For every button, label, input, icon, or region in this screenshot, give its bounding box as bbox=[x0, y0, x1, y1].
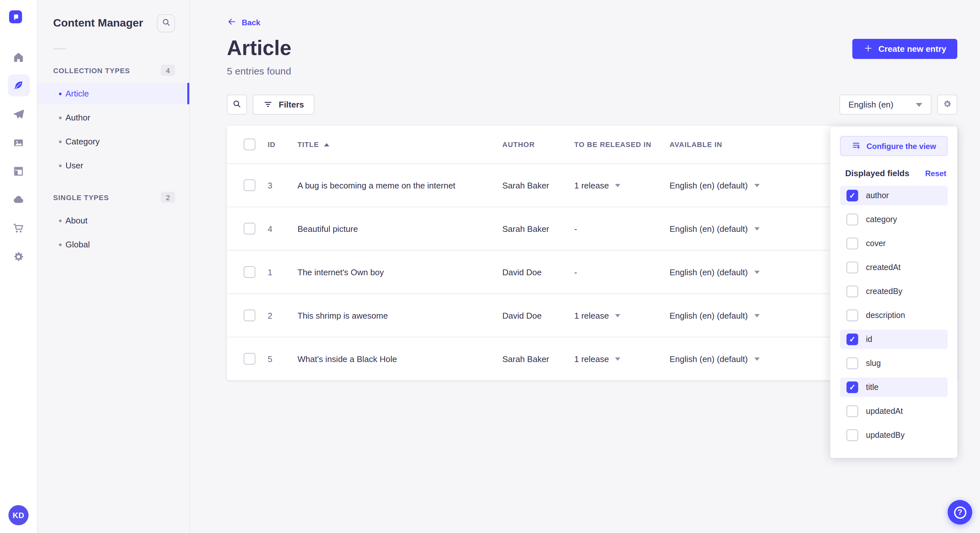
configure-the-view-button[interactable]: Configure the view bbox=[840, 136, 948, 156]
locale-value: English (en) (default) bbox=[670, 224, 748, 233]
entries-count: 5 entries found bbox=[227, 65, 957, 76]
view-settings-button[interactable] bbox=[937, 95, 957, 115]
bullet-icon bbox=[59, 92, 62, 95]
rail-button-marketplace[interactable] bbox=[8, 217, 30, 239]
cell-author: David Doe bbox=[502, 311, 574, 320]
sidebar-item-author[interactable]: Author bbox=[37, 107, 189, 128]
chevron-down-icon[interactable] bbox=[616, 184, 620, 187]
field-row-updatedby[interactable]: ✓ updatedBy bbox=[840, 425, 948, 445]
nav-rail: KD bbox=[0, 0, 38, 533]
chevron-down-icon[interactable] bbox=[754, 314, 759, 317]
chevron-down-icon[interactable] bbox=[754, 357, 759, 360]
release-value: - bbox=[574, 267, 577, 277]
filters-button[interactable]: Filters bbox=[253, 95, 314, 115]
field-row-author[interactable]: ✓ author bbox=[840, 186, 948, 205]
sidebar-item-label: Category bbox=[65, 136, 100, 146]
cell-to-be-released-in: 1 release bbox=[574, 311, 670, 320]
create-new-entry-button[interactable]: Create new entry bbox=[852, 39, 957, 59]
search-button[interactable] bbox=[227, 95, 247, 115]
sidebar-item-article[interactable]: Article bbox=[37, 83, 189, 104]
field-checkbox[interactable]: ✓ bbox=[846, 214, 858, 225]
field-row-title[interactable]: ✓ title bbox=[840, 378, 948, 397]
filters-label: Filters bbox=[279, 100, 304, 109]
field-row-description[interactable]: ✓ description bbox=[840, 306, 948, 325]
sidebar-item-label: Article bbox=[65, 89, 89, 98]
column-header-author: AUTHOR bbox=[502, 141, 574, 148]
page-title: Article bbox=[227, 38, 291, 58]
chevron-down-icon[interactable] bbox=[754, 184, 759, 187]
field-row-id[interactable]: ✓ id bbox=[840, 330, 948, 349]
row-checkbox[interactable]: ✓ bbox=[244, 266, 255, 278]
row-checkbox[interactable]: ✓ bbox=[244, 223, 255, 235]
row-checkbox[interactable]: ✓ bbox=[244, 309, 255, 321]
user-avatar[interactable]: KD bbox=[8, 505, 29, 525]
sidebar-item-about[interactable]: About bbox=[37, 210, 189, 231]
field-row-createdat[interactable]: ✓ createdAt bbox=[840, 258, 948, 277]
field-checkbox[interactable]: ✓ bbox=[846, 286, 858, 297]
content-manager-sidebar: Content Manager COLLECTION TYPES 4 Artic… bbox=[37, 0, 190, 533]
sidebar-search-button[interactable] bbox=[157, 14, 175, 32]
cell-author: Sarah Baker bbox=[502, 180, 574, 190]
field-row-updatedat[interactable]: ✓ updatedAt bbox=[840, 401, 948, 421]
field-checkbox[interactable]: ✓ bbox=[846, 262, 858, 273]
field-list: ✓ author ✓ category ✓ cover ✓ createdAt … bbox=[840, 186, 948, 445]
arrow-left-icon bbox=[227, 17, 237, 29]
rail-button-media-library[interactable] bbox=[8, 132, 30, 154]
check-icon: ✓ bbox=[849, 383, 856, 391]
column-header-id[interactable]: ID bbox=[268, 141, 298, 148]
rail-button-home[interactable] bbox=[8, 46, 30, 68]
releases-icon bbox=[12, 108, 25, 120]
rail-icon-list bbox=[0, 46, 37, 268]
reset-button[interactable]: Reset bbox=[925, 169, 946, 178]
field-checkbox[interactable]: ✓ bbox=[846, 190, 858, 201]
field-checkbox[interactable]: ✓ bbox=[846, 405, 858, 417]
chevron-down-icon[interactable] bbox=[754, 270, 759, 274]
help-button[interactable]: ? bbox=[948, 500, 972, 525]
sidebar-item-category[interactable]: Category bbox=[37, 131, 189, 152]
rail-button-content-manager[interactable] bbox=[8, 75, 30, 97]
column-header-title[interactable]: TITLE bbox=[298, 141, 502, 148]
release-value: 1 release bbox=[574, 354, 609, 364]
bullet-icon bbox=[59, 219, 62, 222]
sidebar-item-global[interactable]: Global bbox=[37, 234, 189, 255]
release-value: 1 release bbox=[574, 180, 609, 190]
field-checkbox[interactable]: ✓ bbox=[846, 429, 858, 441]
settings-icon bbox=[12, 250, 25, 263]
rail-button-content-type-builder[interactable] bbox=[8, 160, 30, 182]
field-label: updatedAt bbox=[866, 407, 903, 416]
rail-button-settings[interactable] bbox=[8, 246, 30, 268]
back-label: Back bbox=[242, 18, 260, 27]
back-link[interactable]: Back bbox=[227, 17, 260, 29]
locale-value: English (en) (default) bbox=[670, 180, 748, 190]
content-manager-icon bbox=[12, 79, 25, 92]
section-count-badge: 4 bbox=[161, 65, 175, 76]
field-row-slug[interactable]: ✓ slug bbox=[840, 354, 948, 373]
bullet-icon bbox=[59, 140, 62, 143]
strapi-logo[interactable] bbox=[9, 10, 22, 23]
field-row-category[interactable]: ✓ category bbox=[840, 210, 948, 229]
chevron-down-icon bbox=[916, 103, 922, 106]
cell-title: A bug is becoming a meme on the internet bbox=[298, 180, 502, 190]
cell-title: What's inside a Black Hole bbox=[298, 354, 502, 364]
field-checkbox[interactable]: ✓ bbox=[846, 381, 858, 393]
chevron-down-icon[interactable] bbox=[616, 314, 620, 317]
field-row-createdby[interactable]: ✓ createdBy bbox=[840, 282, 948, 301]
rail-button-releases[interactable] bbox=[8, 103, 30, 125]
row-checkbox[interactable]: ✓ bbox=[244, 179, 255, 191]
chevron-down-icon[interactable] bbox=[616, 357, 620, 360]
rail-button-cloud[interactable] bbox=[8, 189, 30, 211]
field-checkbox[interactable]: ✓ bbox=[846, 333, 858, 345]
cell-id: 5 bbox=[268, 354, 298, 364]
field-checkbox[interactable]: ✓ bbox=[846, 357, 858, 369]
chevron-down-icon[interactable] bbox=[754, 227, 759, 230]
locale-select[interactable]: English (en) bbox=[839, 95, 931, 115]
locale-value: English (en) (default) bbox=[670, 311, 748, 320]
locale-value: English (en) (default) bbox=[670, 267, 748, 277]
field-checkbox[interactable]: ✓ bbox=[846, 238, 858, 249]
sidebar-item-user[interactable]: User bbox=[37, 155, 189, 176]
field-row-cover[interactable]: ✓ cover bbox=[840, 234, 948, 253]
field-checkbox[interactable]: ✓ bbox=[846, 309, 858, 321]
configure-the-view-label: Configure the view bbox=[867, 141, 936, 151]
row-checkbox[interactable]: ✓ bbox=[244, 353, 255, 365]
select-all-checkbox[interactable]: ✓ bbox=[244, 139, 255, 150]
